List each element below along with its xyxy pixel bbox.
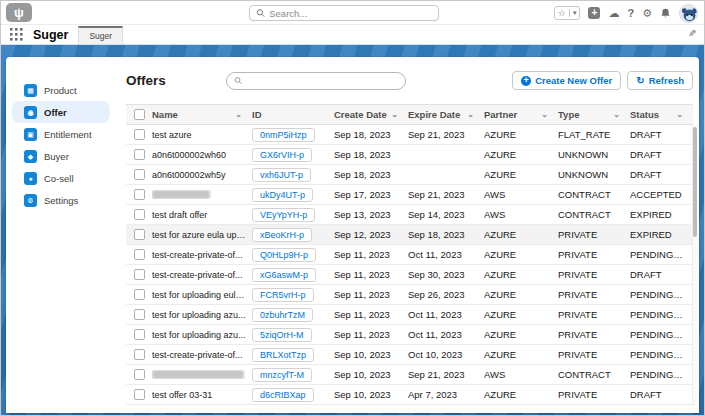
row-checkbox[interactable] <box>134 309 145 320</box>
help-icon[interactable]: ? <box>627 7 634 19</box>
row-checkbox[interactable] <box>134 189 145 200</box>
row-checkbox[interactable] <box>134 289 145 300</box>
row-checkbox[interactable] <box>134 169 145 180</box>
table-row[interactable]: a0n6t000002wh5yvxh6JUT-pSep 18, 2023AZUR… <box>126 165 693 185</box>
setup-gear-icon[interactable]: ⚙ <box>642 7 652 19</box>
column-header-type[interactable]: Type⌄ <box>558 109 630 120</box>
favorites-caret-icon[interactable]: ▾ <box>569 9 580 17</box>
status-cell: DRAFT <box>630 129 693 140</box>
type-cell: UNKNOWN <box>558 169 630 180</box>
row-checkbox[interactable] <box>134 329 145 340</box>
offer-id-link[interactable]: 5ziqOrH-M <box>252 328 312 342</box>
scrollbar-thumb[interactable] <box>693 127 697 237</box>
expire-date-cell: Oct 11, 2023 <box>408 249 484 260</box>
chevron-down-icon[interactable]: ⌄ <box>613 110 620 119</box>
expire-date-cell: Sep 18, 2023 <box>408 229 484 240</box>
table-row[interactable]: test-create-private-of...xG6aswM-pSep 11… <box>126 265 693 285</box>
table-row[interactable]: test-create-private-of...BRLXotTzpSep 10… <box>126 345 693 365</box>
edit-pencil-icon[interactable]: ✎ <box>688 28 696 39</box>
vertical-scrollbar[interactable] <box>692 125 697 406</box>
table-row[interactable]: a0n6t000002wh60GX6rVIH-pSep 18, 2023AZUR… <box>126 145 693 165</box>
notifications-bell-icon[interactable] <box>660 8 671 19</box>
table-search[interactable] <box>226 72 406 90</box>
table-row[interactable]: test-create-private-of...Q0HLp9H-pSep 11… <box>126 245 693 265</box>
row-checkbox[interactable] <box>134 229 145 240</box>
chevron-down-icon[interactable]: ⌄ <box>676 110 683 119</box>
main-panel: Offers + Create New Offer ↻ Refresh <box>116 57 699 413</box>
offer-id-link[interactable]: GX6rVIH-p <box>252 148 312 162</box>
row-checkbox[interactable] <box>134 269 145 280</box>
redacted-name <box>152 370 244 379</box>
favorites-button[interactable]: ☆ ▾ <box>554 6 581 20</box>
offer-id-link[interactable]: xG6aswM-p <box>252 268 316 282</box>
offer-id-link[interactable]: 0zbuhrTzM <box>252 308 313 322</box>
row-checkbox[interactable] <box>134 389 145 400</box>
table-row[interactable]: test offer 03-31d6cRtBXapSep 10, 2023Apr… <box>126 385 693 405</box>
offer-name-cell: test for azure eula upl... <box>152 230 252 240</box>
chevron-down-icon[interactable]: ⌄ <box>391 110 398 119</box>
tab-suger[interactable]: Suger <box>78 26 123 44</box>
global-search-input[interactable] <box>269 8 432 19</box>
table-row[interactable]: test for uploading azu...0zbuhrTzMSep 11… <box>126 305 693 325</box>
table-row[interactable]: test draft offerVEyYpYH-pSep 13, 2023Sep… <box>126 205 693 225</box>
sidebar-item-offer[interactable]: ◉Offer <box>12 101 110 123</box>
table-row[interactable]: ukDy4UT-pSep 17, 2023Sep 21, 2023AWSCONT… <box>126 185 693 205</box>
column-header-expire-date[interactable]: Expire Date⌄ <box>408 109 484 120</box>
chevron-down-icon[interactable]: ⌄ <box>467 110 474 119</box>
offer-id-link[interactable]: 0nmP5iHzp <box>252 128 315 142</box>
table-search-input[interactable] <box>246 75 398 86</box>
table-row[interactable]: test for azure eula upl...xBeoKrH-pSep 1… <box>126 225 693 245</box>
sidebar-item-entitlement[interactable]: ▣Entitlement <box>12 123 110 145</box>
list-controls: Offers + Create New Offer ↻ Refresh <box>126 57 693 104</box>
offer-id-link[interactable]: d6cRtBXap <box>252 388 314 402</box>
favorites-star-icon[interactable]: ☆ <box>555 8 569 18</box>
column-header-id[interactable]: ID <box>252 109 334 120</box>
row-checkbox[interactable] <box>134 209 145 220</box>
offer-name-cell: test-create-private-of... <box>152 250 252 260</box>
add-icon[interactable]: + <box>588 7 600 19</box>
select-all-checkbox[interactable] <box>134 109 145 120</box>
column-header-name[interactable]: Name⌄ <box>152 109 252 120</box>
global-search[interactable] <box>249 5 439 21</box>
offer-id-link[interactable]: Q0HLp9H-p <box>252 248 316 262</box>
row-checkbox[interactable] <box>134 129 145 140</box>
offer-id-link[interactable]: mnzcyfT-M <box>252 368 312 382</box>
table-row[interactable]: test for uploading azu...5ziqOrH-MSep 11… <box>126 325 693 345</box>
offer-id-link[interactable]: ukDy4UT-p <box>252 188 313 202</box>
row-checkbox[interactable] <box>134 349 145 360</box>
column-header-create-date[interactable]: Create Date⌄ <box>334 109 408 120</box>
offer-name-cell: a0n6t000002wh60 <box>152 150 252 160</box>
offer-name-cell <box>152 190 252 199</box>
offer-id-link[interactable]: VEyYpYH-p <box>252 208 315 222</box>
offer-id-link[interactable]: xBeoKrH-p <box>252 228 312 242</box>
create-new-offer-button[interactable]: + Create New Offer <box>512 71 621 90</box>
refresh-button[interactable]: ↻ Refresh <box>627 71 693 90</box>
table-row[interactable]: test for uploading eula...FCR5vrH-pSep 1… <box>126 285 693 305</box>
settings-icon: ⚙ <box>24 194 37 207</box>
sidebar-item-buyer[interactable]: ◆Buyer <box>12 145 110 167</box>
chevron-down-icon[interactable]: ⌄ <box>541 110 548 119</box>
avatar[interactable] <box>679 4 698 23</box>
offer-name-cell: test-create-private-of... <box>152 270 252 280</box>
app-launcher-waffle-icon[interactable] <box>10 28 23 41</box>
trailhead-cloud-icon[interactable]: ☁ <box>608 7 619 19</box>
column-header-status[interactable]: Status⌄ <box>630 109 693 120</box>
column-header-partner[interactable]: Partner⌄ <box>484 109 558 120</box>
sidebar-item-co-sell[interactable]: ●Co-sell <box>12 167 110 189</box>
create-date-cell: Sep 11, 2023 <box>334 309 408 320</box>
sidebar-item-label: Settings <box>44 195 78 206</box>
redacted-name <box>152 190 210 199</box>
offer-id-link[interactable]: vxh6JUT-p <box>252 168 311 182</box>
create-date-cell: Sep 13, 2023 <box>334 209 408 220</box>
table-row[interactable]: mnzcyfT-MSep 10, 2023Sep 21, 2023AWSCONT… <box>126 365 693 385</box>
sidebar-item-settings[interactable]: ⚙Settings <box>12 189 110 211</box>
row-checkbox[interactable] <box>134 369 145 380</box>
buyer-icon: ◆ <box>24 150 37 163</box>
row-checkbox[interactable] <box>134 249 145 260</box>
offer-id-link[interactable]: BRLXotTzp <box>252 348 314 362</box>
row-checkbox[interactable] <box>134 149 145 160</box>
sidebar-item-product[interactable]: ▦Product <box>12 79 110 101</box>
table-row[interactable]: test azure0nmP5iHzpSep 18, 2023Sep 21, 2… <box>126 125 693 145</box>
chevron-down-icon[interactable]: ⌄ <box>235 110 242 119</box>
offer-id-link[interactable]: FCR5vrH-p <box>252 288 314 302</box>
